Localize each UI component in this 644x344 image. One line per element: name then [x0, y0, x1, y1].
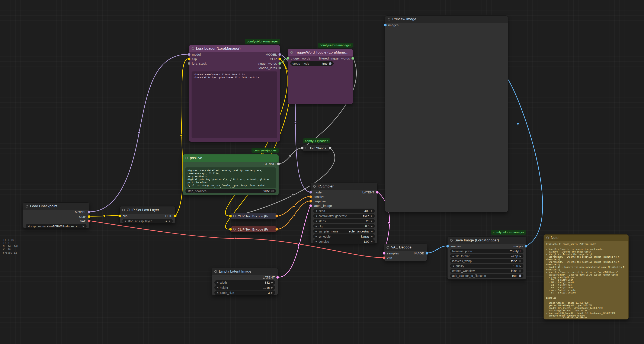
input-slot-clip[interactable]: clip	[190, 57, 197, 61]
node-save-image[interactable]: Save Image (LoraManager) images images f…	[447, 236, 526, 280]
samples-input-dot[interactable]	[383, 252, 386, 255]
output-slot-model[interactable]: MODEL	[75, 210, 88, 214]
combo-left-arrow[interactable]: ◀	[216, 291, 218, 294]
widget-stop-at-clip-layer[interactable]: ◀ stop_at_clip_layer -2 ▶	[122, 219, 173, 223]
widget-strip-newlines[interactable]: strip_newlines false	[185, 189, 276, 193]
node-positive-prompt[interactable]: positive STRING highres, very detailed, …	[182, 154, 279, 195]
node-header[interactable]: CLIP Text Encode (Pr	[230, 226, 277, 232]
input-slot-clip[interactable]: clip	[120, 214, 128, 218]
node-triggerword-toggle[interactable]: TriggerWord Toggle (LoraManager) trigger…	[288, 48, 353, 104]
node-header[interactable]: VAE Decode	[384, 244, 427, 251]
combo-left-arrow[interactable]: ◀	[216, 281, 218, 284]
clip-output-dot[interactable]	[174, 214, 177, 217]
images-input-dot[interactable]	[384, 24, 387, 26]
output-slot-filtered-trigger-words[interactable]: filtered_trigger_words	[319, 56, 352, 60]
node-ksampler[interactable]: KSampler model LATENT positive negative	[310, 182, 378, 244]
trigger-words-output-dot[interactable]	[278, 62, 281, 65]
note-text[interactable]: Available filename_prefix Pattern Codes …	[544, 241, 628, 318]
widget-ckpt-name[interactable]: ◀ ckpt_name ilwaiNSFWIllustrious_v110.s.…	[26, 224, 86, 228]
node-clip-set-last-layer[interactable]: CLIP Set Last Layer clip CLIP ◀ stop_at_…	[120, 206, 176, 223]
collapse-icon[interactable]	[185, 157, 188, 159]
input-slot-vae[interactable]: vae	[384, 256, 392, 260]
output-slot-clip[interactable]: CLIP	[79, 215, 88, 218]
clip-input-dot[interactable]	[229, 228, 232, 231]
node-header[interactable]: Load Checkpoint	[23, 202, 89, 210]
output-slot-latent[interactable]: LATENT	[362, 190, 377, 194]
output-slot-string[interactable]: STRING	[264, 162, 278, 166]
combo-right-arrow[interactable]: ▶	[371, 214, 373, 217]
widget-quality[interactable]: ◀ quality 100 ▶	[450, 264, 524, 268]
widget-width[interactable]: ◀ width 832 ▶	[214, 280, 275, 285]
node-vae-decode[interactable]: VAE Decode samples IMAGE vae	[384, 244, 427, 261]
latent-output-dot[interactable]	[276, 276, 279, 279]
clip-output-dot[interactable]	[278, 58, 281, 60]
output-slot-image[interactable]: IMAGE	[414, 252, 426, 255]
input-slot-positive[interactable]: positive	[311, 195, 324, 198]
model-input-dot[interactable]	[188, 53, 190, 56]
input-slot-samples[interactable]: samples	[384, 252, 399, 255]
filtered-trigger-words-output-dot[interactable]	[351, 57, 354, 60]
node-header[interactable]: KSampler	[310, 183, 377, 190]
collapse-icon[interactable]	[290, 51, 293, 54]
string-output-dot[interactable]	[277, 162, 280, 165]
clip-input-dot[interactable]	[118, 214, 121, 217]
latent-output-dot[interactable]	[376, 191, 379, 194]
node-header[interactable]: TriggerWord Toggle (LoraManager)	[288, 49, 353, 56]
node-clip-text-encode-negative[interactable]: CLIP Text Encode (Pr	[230, 226, 277, 232]
node-header[interactable]: CLIP Text Encode (Pr	[230, 213, 277, 219]
conditioning-output-dot[interactable]	[276, 215, 278, 218]
string-output-dot[interactable]	[329, 147, 332, 150]
combo-left-arrow[interactable]: ◀	[315, 240, 317, 243]
clip-input-dot[interactable]	[229, 215, 232, 218]
combo-right-arrow[interactable]: ▶	[371, 230, 373, 233]
widget-filename-prefix[interactable]: filename_prefix ComfyUI	[450, 249, 524, 253]
widget-group-mode[interactable]: group_mode true	[290, 61, 334, 66]
node-clip-text-encode-positive[interactable]: CLIP Text Encode (Pr	[230, 213, 277, 219]
combo-right-arrow[interactable]: ▶	[520, 255, 521, 258]
widget-denoise[interactable]: ◀ denoise 1.00 ▶	[313, 239, 375, 244]
combo-left-arrow[interactable]: ◀	[315, 214, 317, 217]
output-slot-clip[interactable]: CLIP	[270, 57, 279, 61]
widget-batch-size[interactable]: ◀ batch_size 3 ▶	[214, 290, 275, 295]
combo-left-arrow[interactable]: ◀	[124, 220, 126, 222]
toggle-dot[interactable]	[519, 274, 521, 277]
output-slot-vae[interactable]: VAE	[80, 219, 88, 223]
combo-left-arrow[interactable]: ◀	[28, 225, 30, 228]
combo-right-arrow[interactable]: ▶	[371, 240, 373, 243]
lora-stack-input-dot[interactable]	[188, 62, 190, 65]
model-input-dot[interactable]	[309, 191, 312, 194]
widget-control-after-generate[interactable]: ◀ control after generate fixed ▶	[313, 214, 375, 218]
output-slot-loaded-loras[interactable]: loaded_loras	[258, 66, 279, 70]
clip-input-dot[interactable]	[188, 58, 190, 60]
combo-right-arrow[interactable]: ▶	[83, 225, 84, 228]
node-header[interactable]: Lora Loader (LoraManager)	[189, 45, 280, 52]
collapse-icon[interactable]	[313, 185, 316, 188]
toggle-dot[interactable]	[519, 270, 521, 272]
collapse-icon[interactable]	[214, 270, 217, 273]
combo-left-arrow[interactable]: ◀	[452, 255, 454, 258]
conditioning-output-dot[interactable]	[276, 228, 278, 231]
combo-left-arrow[interactable]: ◀	[216, 286, 218, 289]
combo-right-arrow[interactable]: ▶	[271, 286, 273, 289]
output-slot-trigger-words[interactable]: trigger_words	[258, 62, 279, 65]
loaded-loras-output-dot[interactable]	[278, 66, 281, 69]
collapse-icon[interactable]	[386, 246, 389, 249]
input-slot-model[interactable]: model	[311, 190, 322, 194]
widget-height[interactable]: ◀ height 1216 ▶	[214, 285, 275, 290]
node-preview-image[interactable]: Preview Image images	[385, 15, 508, 212]
combo-left-arrow[interactable]: ◀	[315, 230, 317, 233]
node-header[interactable]: positive	[183, 154, 278, 162]
combo-right-arrow[interactable]: ▶	[169, 220, 171, 222]
input-slot-trigger-words[interactable]: trigger_words	[288, 56, 310, 60]
node-header[interactable]: Preview Image	[385, 16, 508, 23]
widget-embed-workflow[interactable]: embed_workflow false	[450, 269, 524, 273]
trigger-words-input-dot[interactable]	[286, 57, 289, 60]
toggle-dot[interactable]	[271, 190, 274, 192]
image-output-dot[interactable]	[426, 252, 428, 255]
lora-syntax-textarea[interactable]: <lora:CreateConcept_Illustrious:0.8> <lo…	[192, 72, 277, 138]
combo-right-arrow[interactable]: ▶	[371, 220, 373, 222]
output-slot-model[interactable]: MODEL	[266, 53, 279, 56]
collapse-icon[interactable]	[122, 209, 125, 211]
widget-add-counter-to-filename[interactable]: add_counter_to_filename true	[450, 274, 524, 278]
combo-right-arrow[interactable]: ▶	[371, 225, 373, 228]
